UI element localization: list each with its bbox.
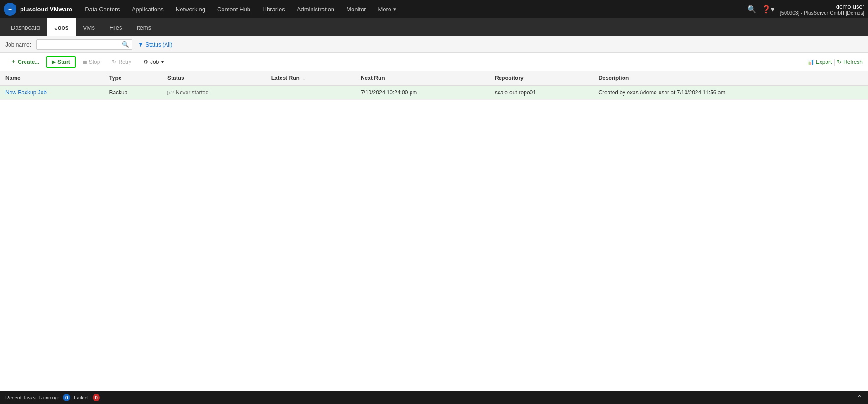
tab-items[interactable]: Items bbox=[129, 18, 158, 36]
expand-button[interactable]: ⌃ bbox=[857, 394, 863, 401]
job-description-cell: Created by exasu\demo-user at 7/10/2024 … bbox=[593, 85, 868, 100]
refresh-icon: ↻ bbox=[837, 59, 842, 65]
create-button[interactable]: ＋ Create... bbox=[5, 56, 44, 68]
toolbar-right: 📊 Export | ↻ Refresh bbox=[807, 58, 863, 66]
col-repository[interactable]: Repository bbox=[489, 71, 593, 85]
status-filter[interactable]: ▼ Status (All) bbox=[138, 41, 172, 48]
app-logo: + bbox=[4, 3, 16, 16]
export-icon: 📊 bbox=[807, 59, 814, 65]
col-next-run[interactable]: Next Run bbox=[355, 71, 489, 85]
export-label: Export bbox=[816, 59, 832, 65]
col-name[interactable]: Name bbox=[0, 71, 104, 85]
user-info[interactable]: demo-user [500903] - PlusServer GmbH [De… bbox=[780, 3, 864, 16]
refresh-button[interactable]: ↻ Refresh bbox=[837, 59, 863, 65]
failed-count-badge: 0 bbox=[93, 394, 100, 401]
job-status-label: Never started bbox=[176, 89, 208, 96]
toolbar-divider: | bbox=[833, 58, 835, 66]
col-type[interactable]: Type bbox=[104, 71, 162, 85]
search-icon[interactable]: 🔍 bbox=[747, 5, 756, 14]
username: demo-user bbox=[780, 3, 864, 10]
running-count-badge: 0 bbox=[63, 394, 70, 401]
job-name-input[interactable] bbox=[37, 40, 119, 49]
app-name: pluscloud VMware bbox=[20, 6, 72, 13]
never-started-icon: ▷? bbox=[167, 90, 174, 96]
tab-vms[interactable]: VMs bbox=[76, 18, 102, 36]
filter-bar: Job name: 🔍 ▼ Status (All) bbox=[0, 36, 868, 53]
nav-content-hub[interactable]: Content Hub bbox=[212, 0, 256, 18]
col-latest-run[interactable]: Latest Run ↓ bbox=[266, 71, 355, 85]
col-description[interactable]: Description bbox=[593, 71, 868, 85]
stop-label: Stop bbox=[89, 59, 100, 65]
retry-button[interactable]: ↻ Retry bbox=[107, 57, 136, 67]
play-icon: ▶ bbox=[52, 59, 56, 65]
export-button[interactable]: 📊 Export bbox=[807, 59, 832, 65]
filter-icon: ▼ bbox=[138, 41, 144, 48]
running-label: Running: bbox=[39, 395, 59, 400]
nav-applications[interactable]: Applications bbox=[126, 0, 169, 18]
col-status[interactable]: Status bbox=[162, 71, 266, 85]
help-icon[interactable]: ❓▾ bbox=[762, 5, 774, 14]
job-type-cell: Backup bbox=[104, 85, 162, 100]
status-filter-label: Status (All) bbox=[146, 41, 172, 48]
nav-networking[interactable]: Networking bbox=[170, 0, 211, 18]
bottom-bar: Recent Tasks Running: 0 Failed: 0 ⌃ bbox=[0, 391, 868, 404]
job-next-run-cell: 7/10/2024 10:24:00 pm bbox=[355, 85, 489, 100]
job-name-label: Job name: bbox=[5, 41, 31, 48]
nav-libraries[interactable]: Libraries bbox=[257, 0, 291, 18]
start-button[interactable]: ▶ Start bbox=[46, 56, 75, 68]
nav-administration[interactable]: Administration bbox=[291, 0, 340, 18]
tab-jobs[interactable]: Jobs bbox=[47, 18, 76, 36]
failed-label: Failed: bbox=[74, 395, 89, 400]
retry-icon: ↻ bbox=[112, 59, 116, 65]
never-started-status: ▷? Never started bbox=[167, 89, 260, 96]
recent-tasks-label: Recent Tasks bbox=[5, 395, 36, 400]
job-status-cell: ▷? Never started bbox=[162, 85, 266, 100]
tab-dashboard[interactable]: Dashboard bbox=[4, 18, 47, 36]
create-label: Create... bbox=[18, 59, 39, 65]
job-button[interactable]: ⚙ Job ▾ bbox=[138, 57, 169, 67]
job-chevron-icon: ▾ bbox=[161, 59, 164, 64]
job-name-cell[interactable]: New Backup Job bbox=[0, 85, 104, 100]
job-latest-run-cell bbox=[266, 85, 355, 100]
stop-button[interactable]: ◼ Stop bbox=[78, 57, 105, 67]
nav-more[interactable]: More ▾ bbox=[372, 0, 401, 18]
nav-data-centers[interactable]: Data Centers bbox=[79, 0, 125, 18]
logo-area[interactable]: + pluscloud VMware bbox=[4, 3, 72, 16]
table-row[interactable]: New Backup Job Backup ▷? Never started 7… bbox=[0, 85, 868, 100]
table-body: New Backup Job Backup ▷? Never started 7… bbox=[0, 85, 868, 100]
refresh-label: Refresh bbox=[843, 59, 863, 65]
job-name-input-wrapper: 🔍 bbox=[36, 39, 132, 50]
user-org: [500903] - PlusServer GmbH [Demos] bbox=[780, 10, 864, 16]
job-name-search-button[interactable]: 🔍 bbox=[119, 40, 132, 49]
nav-monitor[interactable]: Monitor bbox=[341, 0, 371, 18]
plus-icon: ＋ bbox=[10, 58, 16, 66]
nav-right-controls: 🔍 ❓▾ demo-user [500903] - PlusServer Gmb… bbox=[747, 3, 864, 16]
top-navigation: + pluscloud VMware Data Centers Applicat… bbox=[0, 0, 868, 18]
stop-icon: ◼ bbox=[83, 59, 87, 65]
sort-arrow-latest-run: ↓ bbox=[303, 76, 305, 81]
toolbar: ＋ Create... ▶ Start ◼ Stop ↻ Retry ⚙ Job… bbox=[0, 53, 868, 71]
gear-icon: ⚙ bbox=[143, 59, 148, 65]
table-header: Name Type Status Latest Run ↓ Next Run R… bbox=[0, 71, 868, 85]
retry-label: Retry bbox=[118, 59, 131, 65]
secondary-navigation: Dashboard Jobs VMs Files Items bbox=[0, 18, 868, 36]
jobs-table: Name Type Status Latest Run ↓ Next Run R… bbox=[0, 71, 868, 100]
jobs-table-container: Name Type Status Latest Run ↓ Next Run R… bbox=[0, 71, 868, 391]
job-label: Job bbox=[150, 59, 159, 65]
recent-tasks-area: Recent Tasks Running: 0 Failed: 0 bbox=[5, 394, 100, 401]
main-nav-items: Data Centers Applications Networking Con… bbox=[79, 0, 747, 18]
job-repository-cell: scale-out-repo01 bbox=[489, 85, 593, 100]
start-label: Start bbox=[57, 59, 70, 65]
tab-files[interactable]: Files bbox=[102, 18, 129, 36]
